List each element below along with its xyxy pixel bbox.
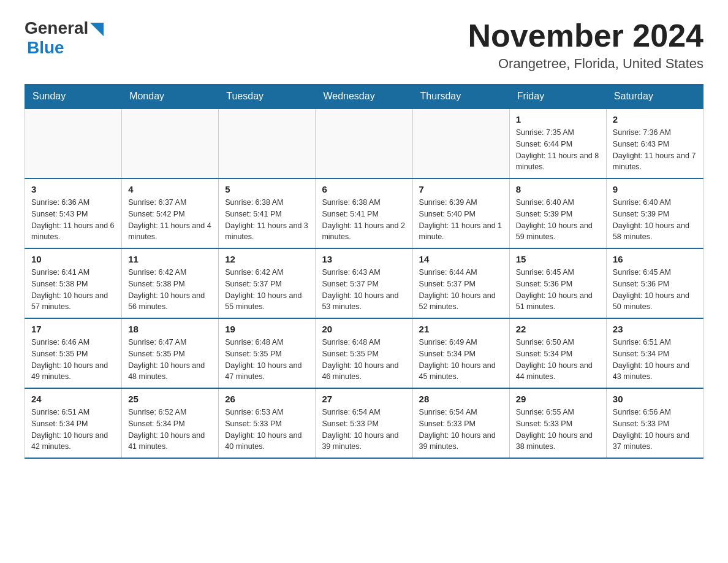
- day-info: Sunrise: 6:38 AM Sunset: 5:41 PM Dayligh…: [225, 197, 309, 243]
- calendar-header-thursday: Thursday: [412, 85, 509, 109]
- calendar-header-tuesday: Tuesday: [219, 85, 316, 109]
- calendar-cell: 30Sunrise: 6:56 AM Sunset: 5:33 PM Dayli…: [606, 388, 703, 458]
- day-number: 21: [419, 324, 503, 334]
- logo-general-text: General: [25, 18, 88, 38]
- day-info: Sunrise: 7:35 AM Sunset: 6:44 PM Dayligh…: [516, 127, 600, 173]
- calendar-cell: [219, 109, 316, 178]
- calendar-week-row: 17Sunrise: 6:46 AM Sunset: 5:35 PM Dayli…: [25, 318, 703, 388]
- day-info: Sunrise: 7:36 AM Sunset: 6:43 PM Dayligh…: [613, 127, 697, 173]
- day-number: 10: [31, 254, 115, 264]
- calendar-cell: 11Sunrise: 6:42 AM Sunset: 5:38 PM Dayli…: [122, 248, 219, 318]
- calendar-cell: 16Sunrise: 6:45 AM Sunset: 5:36 PM Dayli…: [606, 248, 703, 318]
- calendar-cell: 25Sunrise: 6:52 AM Sunset: 5:34 PM Dayli…: [122, 388, 219, 458]
- calendar-header-monday: Monday: [122, 85, 219, 109]
- svg-marker-0: [90, 23, 104, 36]
- day-number: 11: [128, 254, 212, 264]
- day-number: 20: [322, 324, 406, 334]
- day-info: Sunrise: 6:40 AM Sunset: 5:39 PM Dayligh…: [613, 197, 697, 243]
- day-number: 13: [322, 254, 406, 264]
- day-info: Sunrise: 6:40 AM Sunset: 5:39 PM Dayligh…: [516, 197, 600, 243]
- day-info: Sunrise: 6:54 AM Sunset: 5:33 PM Dayligh…: [419, 407, 503, 453]
- day-info: Sunrise: 6:54 AM Sunset: 5:33 PM Dayligh…: [322, 407, 406, 453]
- day-info: Sunrise: 6:43 AM Sunset: 5:37 PM Dayligh…: [322, 267, 406, 313]
- calendar-cell: 13Sunrise: 6:43 AM Sunset: 5:37 PM Dayli…: [316, 248, 412, 318]
- calendar-cell: 19Sunrise: 6:48 AM Sunset: 5:35 PM Dayli…: [219, 318, 316, 388]
- calendar-cell: 15Sunrise: 6:45 AM Sunset: 5:36 PM Dayli…: [509, 248, 606, 318]
- calendar-cell: 22Sunrise: 6:50 AM Sunset: 5:34 PM Dayli…: [509, 318, 606, 388]
- day-info: Sunrise: 6:36 AM Sunset: 5:43 PM Dayligh…: [31, 197, 115, 243]
- day-number: 3: [31, 184, 115, 194]
- day-number: 27: [322, 394, 406, 404]
- day-number: 7: [419, 184, 503, 194]
- day-info: Sunrise: 6:37 AM Sunset: 5:42 PM Dayligh…: [128, 197, 212, 243]
- calendar-title: November 2024: [468, 18, 703, 53]
- calendar-cell: 7Sunrise: 6:39 AM Sunset: 5:40 PM Daylig…: [412, 178, 509, 248]
- day-number: 14: [419, 254, 503, 264]
- calendar-cell: 28Sunrise: 6:54 AM Sunset: 5:33 PM Dayli…: [412, 388, 509, 458]
- day-number: 22: [516, 324, 600, 334]
- calendar-header-saturday: Saturday: [606, 85, 703, 109]
- day-info: Sunrise: 6:50 AM Sunset: 5:34 PM Dayligh…: [516, 337, 600, 383]
- day-info: Sunrise: 6:49 AM Sunset: 5:34 PM Dayligh…: [419, 337, 503, 383]
- day-number: 26: [225, 394, 309, 404]
- day-number: 2: [613, 114, 697, 124]
- calendar-cell: 10Sunrise: 6:41 AM Sunset: 5:38 PM Dayli…: [25, 248, 122, 318]
- calendar-cell: 26Sunrise: 6:53 AM Sunset: 5:33 PM Dayli…: [219, 388, 316, 458]
- day-number: 6: [322, 184, 406, 194]
- calendar-cell: 24Sunrise: 6:51 AM Sunset: 5:34 PM Dayli…: [25, 388, 122, 458]
- calendar-cell: 5Sunrise: 6:38 AM Sunset: 5:41 PM Daylig…: [219, 178, 316, 248]
- logo-triangle-icon: [90, 23, 104, 36]
- day-number: 4: [128, 184, 212, 194]
- day-number: 5: [225, 184, 309, 194]
- day-number: 25: [128, 394, 212, 404]
- day-info: Sunrise: 6:51 AM Sunset: 5:34 PM Dayligh…: [31, 407, 115, 453]
- calendar-subtitle: Orangetree, Florida, United States: [468, 56, 703, 72]
- day-info: Sunrise: 6:47 AM Sunset: 5:35 PM Dayligh…: [128, 337, 212, 383]
- calendar-cell: [316, 109, 412, 178]
- calendar-cell: 21Sunrise: 6:49 AM Sunset: 5:34 PM Dayli…: [412, 318, 509, 388]
- day-number: 18: [128, 324, 212, 334]
- day-info: Sunrise: 6:39 AM Sunset: 5:40 PM Dayligh…: [419, 197, 503, 243]
- calendar-week-row: 1Sunrise: 7:35 AM Sunset: 6:44 PM Daylig…: [25, 109, 703, 178]
- calendar-cell: 29Sunrise: 6:55 AM Sunset: 5:33 PM Dayli…: [509, 388, 606, 458]
- day-info: Sunrise: 6:53 AM Sunset: 5:33 PM Dayligh…: [225, 407, 309, 453]
- day-number: 15: [516, 254, 600, 264]
- day-info: Sunrise: 6:41 AM Sunset: 5:38 PM Dayligh…: [31, 267, 115, 313]
- calendar-week-row: 24Sunrise: 6:51 AM Sunset: 5:34 PM Dayli…: [25, 388, 703, 458]
- calendar-header-row: SundayMondayTuesdayWednesdayThursdayFrid…: [25, 85, 703, 109]
- day-info: Sunrise: 6:48 AM Sunset: 5:35 PM Dayligh…: [322, 337, 406, 383]
- day-info: Sunrise: 6:42 AM Sunset: 5:37 PM Dayligh…: [225, 267, 309, 313]
- calendar-cell: 6Sunrise: 6:38 AM Sunset: 5:41 PM Daylig…: [316, 178, 412, 248]
- calendar-cell: 8Sunrise: 6:40 AM Sunset: 5:39 PM Daylig…: [509, 178, 606, 248]
- day-info: Sunrise: 6:45 AM Sunset: 5:36 PM Dayligh…: [516, 267, 600, 313]
- day-number: 28: [419, 394, 503, 404]
- day-number: 24: [31, 394, 115, 404]
- day-number: 29: [516, 394, 600, 404]
- calendar-cell: [25, 109, 122, 178]
- calendar-cell: 20Sunrise: 6:48 AM Sunset: 5:35 PM Dayli…: [316, 318, 412, 388]
- day-number: 17: [31, 324, 115, 334]
- calendar-cell: 17Sunrise: 6:46 AM Sunset: 5:35 PM Dayli…: [25, 318, 122, 388]
- calendar-cell: 14Sunrise: 6:44 AM Sunset: 5:37 PM Dayli…: [412, 248, 509, 318]
- day-info: Sunrise: 6:42 AM Sunset: 5:38 PM Dayligh…: [128, 267, 212, 313]
- day-info: Sunrise: 6:38 AM Sunset: 5:41 PM Dayligh…: [322, 197, 406, 243]
- day-info: Sunrise: 6:45 AM Sunset: 5:36 PM Dayligh…: [613, 267, 697, 313]
- day-info: Sunrise: 6:52 AM Sunset: 5:34 PM Dayligh…: [128, 407, 212, 453]
- calendar-cell: 9Sunrise: 6:40 AM Sunset: 5:39 PM Daylig…: [606, 178, 703, 248]
- calendar-title-section: November 2024 Orangetree, Florida, Unite…: [468, 18, 703, 72]
- calendar-cell: 4Sunrise: 6:37 AM Sunset: 5:42 PM Daylig…: [122, 178, 219, 248]
- calendar-header-sunday: Sunday: [25, 85, 122, 109]
- day-info: Sunrise: 6:48 AM Sunset: 5:35 PM Dayligh…: [225, 337, 309, 383]
- calendar-cell: [122, 109, 219, 178]
- logo-blue-text: Blue: [27, 38, 64, 58]
- day-info: Sunrise: 6:55 AM Sunset: 5:33 PM Dayligh…: [516, 407, 600, 453]
- day-info: Sunrise: 6:46 AM Sunset: 5:35 PM Dayligh…: [31, 337, 115, 383]
- day-number: 1: [516, 114, 600, 124]
- logo: General Blue: [25, 18, 104, 58]
- page-header: General Blue November 2024 Orangetree, F…: [25, 18, 703, 72]
- calendar-cell: 18Sunrise: 6:47 AM Sunset: 5:35 PM Dayli…: [122, 318, 219, 388]
- calendar-cell: 1Sunrise: 7:35 AM Sunset: 6:44 PM Daylig…: [509, 109, 606, 178]
- calendar-week-row: 3Sunrise: 6:36 AM Sunset: 5:43 PM Daylig…: [25, 178, 703, 248]
- calendar-cell: 27Sunrise: 6:54 AM Sunset: 5:33 PM Dayli…: [316, 388, 412, 458]
- day-number: 9: [613, 184, 697, 194]
